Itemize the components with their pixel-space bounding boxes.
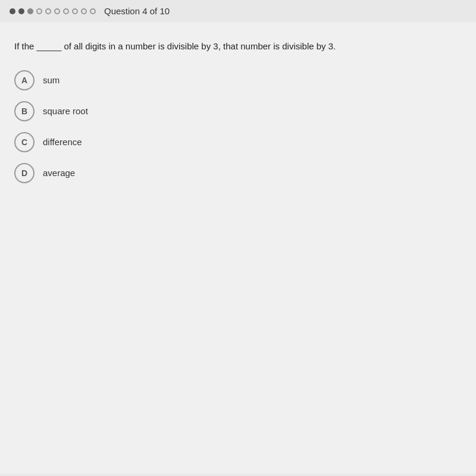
option-a[interactable]: A sum: [14, 70, 462, 90]
dot-8: [72, 8, 78, 14]
progress-dots: [10, 8, 96, 14]
dot-10: [90, 8, 96, 14]
option-b-label: square root: [43, 106, 88, 116]
option-d-label: average: [43, 168, 75, 178]
options-list: A sum B square root C difference D avera…: [14, 70, 462, 183]
dot-9: [81, 8, 87, 14]
dot-6: [54, 8, 60, 14]
dot-4: [36, 8, 42, 14]
dot-1: [10, 8, 15, 14]
question-counter: Question 4 of 10: [104, 6, 170, 16]
dot-7: [63, 8, 69, 14]
main-content: If the _____ of all digits in a number i…: [0, 22, 476, 474]
option-b-circle: B: [14, 101, 35, 121]
option-a-label: sum: [43, 75, 60, 85]
option-b[interactable]: B square root: [14, 101, 462, 121]
dot-5: [45, 8, 51, 14]
option-c-label: difference: [43, 137, 82, 147]
option-c-circle: C: [14, 132, 35, 152]
option-d-circle: D: [14, 163, 35, 183]
dot-3: [27, 8, 33, 14]
option-c[interactable]: C difference: [14, 132, 462, 152]
header: Question 4 of 10: [0, 0, 476, 22]
dot-2: [18, 8, 24, 14]
question-text: If the _____ of all digits in a number i…: [14, 40, 462, 54]
option-a-circle: A: [14, 70, 35, 90]
option-d[interactable]: D average: [14, 163, 462, 183]
